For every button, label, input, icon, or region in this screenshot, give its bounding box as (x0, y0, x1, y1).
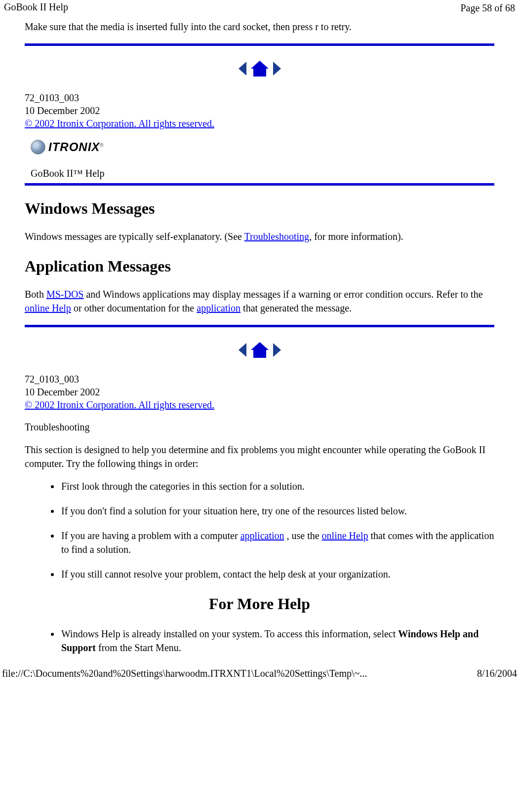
previous-arrow-icon[interactable] (239, 62, 246, 76)
text-segment: , for more information). (309, 231, 403, 242)
text-segment: or other documentation for the (71, 303, 197, 313)
list-item: First look through the categories in thi… (60, 479, 494, 493)
document-metadata: 72_0103_003 10 December 2002 © 2002 Itro… (25, 373, 494, 411)
footer: file://C:\Documents%20and%20Settings\har… (0, 665, 519, 681)
application-link[interactable]: application (197, 303, 240, 313)
home-icon[interactable] (251, 342, 269, 358)
next-arrow-icon[interactable] (273, 343, 281, 357)
windows-messages-heading: Windows Messages (25, 197, 494, 220)
troubleshooting-link[interactable]: Troubleshooting (244, 231, 310, 242)
divider (25, 325, 494, 327)
registered-mark: ® (100, 143, 103, 149)
navigation-bar (25, 61, 494, 77)
intro-paragraph: Make sure that the media is inserted ful… (25, 20, 494, 34)
application-messages-text: Both MS-DOS and Windows applications may… (25, 287, 494, 315)
text-segment: If you are having a problem with a compu… (61, 530, 240, 541)
troubleshooting-title: Troubleshooting (25, 420, 494, 434)
text-segment: and Windows applications may display mes… (83, 289, 482, 300)
text-segment: Windows messages are typically self-expl… (25, 231, 244, 242)
text-segment: Windows Help is already installed on you… (61, 628, 398, 639)
divider (25, 43, 494, 46)
application-link[interactable]: application (240, 530, 284, 541)
doc-date: 10 December 2002 (25, 104, 494, 117)
file-path: file://C:\Documents%20and%20Settings\har… (2, 666, 367, 680)
more-help-heading: For More Help (25, 593, 494, 615)
doc-code: 72_0103_003 (25, 91, 494, 104)
doc-code: 72_0103_003 (25, 373, 494, 386)
text-segment: that generated the message. (240, 303, 352, 313)
application-messages-heading: Application Messages (25, 255, 494, 277)
text-segment: , use the (284, 530, 322, 541)
logo-brand-text: ITRONIX (48, 140, 100, 154)
itronix-logo: ITRONIX® (25, 139, 494, 155)
online-help-link[interactable]: online Help (25, 303, 71, 313)
globe-icon (31, 140, 45, 155)
text-segment: Both (25, 289, 46, 300)
logo-section: ITRONIX® GoBook II™ Help (25, 139, 494, 186)
page-number: Page 58 of 68 (458, 0, 517, 16)
more-help-list: Windows Help is already installed on you… (25, 627, 494, 655)
troubleshooting-list: First look through the categories in thi… (25, 479, 494, 581)
troubleshooting-intro: This section is designed to help you det… (25, 443, 494, 470)
copyright-link[interactable]: © 2002 Itronix Corporation. All rights r… (25, 118, 214, 129)
navigation-bar (25, 342, 494, 358)
document-title: GoBook II Help (2, 0, 70, 13)
list-item: If you don't find a solution for your si… (60, 504, 494, 518)
next-arrow-icon[interactable] (273, 62, 281, 76)
list-item: If you still cannot resolve your problem… (60, 567, 494, 581)
footer-date: 8/16/2004 (477, 666, 517, 680)
doc-date: 10 December 2002 (25, 386, 494, 398)
list-item: Windows Help is already installed on you… (60, 627, 494, 655)
online-help-link[interactable]: online Help (322, 530, 368, 541)
previous-arrow-icon[interactable] (239, 343, 246, 357)
home-icon[interactable] (251, 61, 269, 77)
msdos-link[interactable]: MS-DOS (46, 289, 84, 300)
copyright-link[interactable]: © 2002 Itronix Corporation. All rights r… (25, 399, 214, 410)
list-item: If you are having a problem with a compu… (60, 529, 494, 556)
help-subtitle: GoBook II™ Help (25, 166, 494, 180)
text-segment: from the Start Menu. (96, 642, 181, 653)
windows-messages-text: Windows messages are typically self-expl… (25, 230, 494, 243)
document-metadata: 72_0103_003 10 December 2002 © 2002 Itro… (25, 91, 494, 130)
